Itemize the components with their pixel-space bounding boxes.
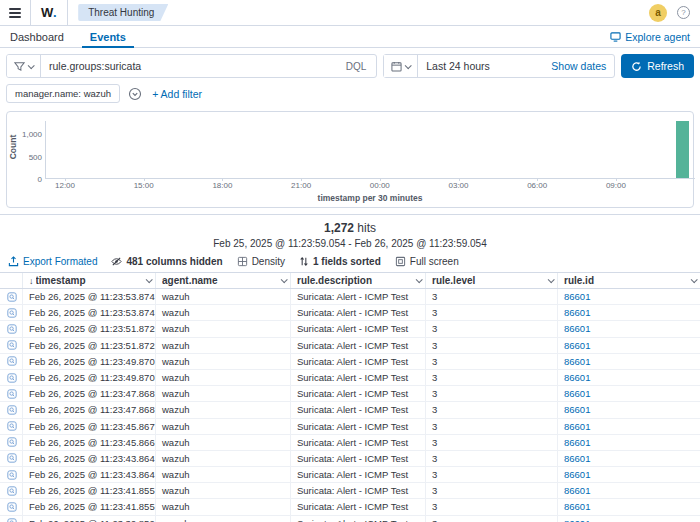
columns-hidden-button[interactable]: 481 columns hidden	[111, 256, 222, 267]
cell-rule-id[interactable]: 86601	[557, 321, 700, 336]
cell-rule-id[interactable]: 86601	[557, 467, 700, 482]
header-agent-name[interactable]: agent.name	[155, 273, 290, 288]
filter-options-button[interactable]	[128, 86, 144, 102]
search-row: rule.groups:suricata DQL Last 24 hours S…	[0, 48, 700, 78]
expand-row-button[interactable]	[7, 502, 17, 512]
divider	[67, 0, 68, 26]
cell-expand	[0, 289, 22, 304]
expand-row-button[interactable]	[7, 405, 17, 415]
filter-pill[interactable]: manager.name: wazuh	[6, 84, 120, 103]
cell-rule-id[interactable]: 86601	[557, 305, 700, 320]
cell-rule-description: Suricata: Alert - ICMP Test	[290, 516, 425, 522]
cell-rule-id[interactable]: 86601	[557, 499, 700, 514]
query-language-button[interactable]: DQL	[336, 61, 377, 72]
fullscreen-icon	[395, 256, 406, 267]
add-filter-button[interactable]: + Add filter	[152, 88, 202, 100]
full-screen-button[interactable]: Full screen	[395, 256, 459, 267]
expand-row-icon	[7, 389, 17, 399]
cell-rule-id[interactable]: 86601	[557, 419, 700, 434]
chevron-down-icon[interactable]	[146, 276, 153, 283]
expand-row-button[interactable]	[7, 518, 17, 522]
expand-row-button[interactable]	[7, 373, 17, 383]
expand-row-icon	[7, 437, 17, 447]
menu-icon[interactable]	[0, 0, 30, 26]
expand-row-button[interactable]	[7, 437, 17, 447]
expand-row-button[interactable]	[7, 486, 17, 496]
expand-row-button[interactable]	[7, 340, 17, 350]
cell-rule-level: 3	[425, 338, 557, 353]
header-timestamp[interactable]: ↓timestamp	[22, 273, 155, 288]
density-button[interactable]: Density	[237, 256, 285, 267]
events-table: ↓timestamp agent.name rule.description r…	[0, 272, 700, 522]
breadcrumb[interactable]: Threat Hunting	[78, 4, 168, 21]
expand-row-button[interactable]	[7, 308, 17, 318]
refresh-button[interactable]: Refresh	[621, 54, 694, 78]
header-rule-description-label: rule.description	[297, 273, 416, 289]
cell-agent-name: wazuh	[155, 305, 290, 320]
cell-rule-level: 3	[425, 483, 557, 498]
explore-agent-link[interactable]: Explore agent	[610, 31, 690, 43]
cell-rule-id[interactable]: 86601	[557, 370, 700, 385]
expand-row-button[interactable]	[7, 470, 17, 480]
cell-rule-id[interactable]: 86601	[557, 435, 700, 450]
export-formatted-button[interactable]: Export Formated	[8, 256, 97, 267]
cell-rule-description: Suricata: Alert - ICMP Test	[290, 289, 425, 304]
tab-dashboard[interactable]: Dashboard	[10, 26, 64, 48]
cell-rule-level: 3	[425, 435, 557, 450]
cell-rule-id[interactable]: 86601	[557, 338, 700, 353]
cell-expand	[0, 354, 22, 369]
fields-sorted-button[interactable]: 1 fields sorted	[299, 256, 381, 267]
cell-rule-id[interactable]: 86601	[557, 402, 700, 417]
tab-events[interactable]: Events	[90, 26, 126, 48]
query-input[interactable]: rule.groups:suricata	[41, 60, 336, 72]
expand-row-button[interactable]	[7, 421, 17, 431]
cell-rule-description: Suricata: Alert - ICMP Test	[290, 354, 425, 369]
expand-row-icon	[7, 292, 17, 302]
histogram-bar[interactable]	[676, 121, 689, 178]
date-picker-button[interactable]	[384, 55, 418, 77]
expand-row-button[interactable]	[7, 324, 17, 334]
expand-row-button[interactable]	[7, 356, 17, 366]
x-axis-tick: 15:00	[134, 181, 154, 190]
cell-timestamp: Feb 26, 2025 @ 11:23:47.868	[22, 386, 155, 401]
header-rule-level-label: rule.level	[432, 273, 548, 289]
density-label: Density	[252, 256, 285, 267]
avatar[interactable]: a	[649, 4, 667, 22]
cell-rule-level: 3	[425, 499, 557, 514]
chevron-down-icon[interactable]	[281, 276, 288, 283]
y-axis-tick: 500	[10, 153, 42, 162]
header-rule-id[interactable]: rule.id	[557, 273, 700, 288]
expand-row-button[interactable]	[7, 453, 17, 463]
cell-agent-name: wazuh	[155, 386, 290, 401]
cell-rule-description: Suricata: Alert - ICMP Test	[290, 370, 425, 385]
cell-rule-id[interactable]: 86601	[557, 289, 700, 304]
chevron-down-icon[interactable]	[691, 276, 698, 283]
time-range-value[interactable]: Last 24 hours	[418, 60, 543, 72]
cell-timestamp: Feb 26, 2025 @ 11:23:41.855	[22, 483, 155, 498]
cell-rule-level: 3	[425, 386, 557, 401]
cell-rule-description: Suricata: Alert - ICMP Test	[290, 338, 425, 353]
header-rule-description[interactable]: rule.description	[290, 273, 425, 288]
cell-rule-id[interactable]: 86601	[557, 483, 700, 498]
cell-timestamp: Feb 26, 2025 @ 11:23:39.852	[22, 516, 155, 522]
top-navigation-bar: W. Threat Hunting a ?	[0, 0, 700, 26]
cell-rule-id[interactable]: 86601	[557, 354, 700, 369]
header-timestamp-label: timestamp	[36, 273, 147, 289]
help-icon[interactable]: ?	[677, 6, 690, 19]
saved-queries-button[interactable]	[7, 55, 41, 77]
cell-rule-id[interactable]: 86601	[557, 451, 700, 466]
expand-row-button[interactable]	[7, 292, 17, 302]
cell-rule-id[interactable]: 86601	[557, 516, 700, 522]
table-row: Feb 26, 2025 @ 11:23:45.866 wazuh Surica…	[0, 435, 700, 451]
chevron-down-icon[interactable]	[416, 276, 423, 283]
wazuh-logo[interactable]: W.	[31, 5, 67, 20]
cell-rule-id[interactable]: 86601	[557, 386, 700, 401]
expand-row-button[interactable]	[7, 389, 17, 399]
x-axis-tick: 21:00	[291, 181, 311, 190]
chevron-down-icon[interactable]	[548, 276, 555, 283]
header-rule-level[interactable]: rule.level	[425, 273, 557, 288]
refresh-label: Refresh	[647, 60, 684, 72]
cell-timestamp: Feb 26, 2025 @ 11:23:47.868	[22, 402, 155, 417]
cell-expand	[0, 338, 22, 353]
show-dates-button[interactable]: Show dates	[543, 60, 614, 72]
